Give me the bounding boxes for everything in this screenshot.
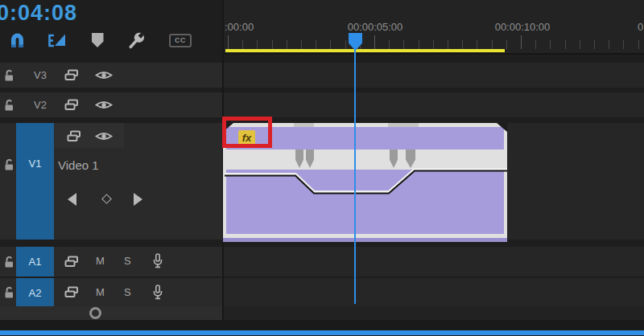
track-name-video1[interactable]: Video 1 <box>58 158 99 172</box>
sync-lock-icon[interactable] <box>64 69 79 81</box>
clip-bottom-strip <box>223 238 507 242</box>
track-header-v2: V2 <box>0 92 223 117</box>
ruler-minor-tick <box>462 40 463 49</box>
ruler-minor-tick <box>565 40 566 49</box>
work-area-bar[interactable] <box>225 49 505 52</box>
add-keyframe-button[interactable] <box>103 195 110 203</box>
captions-icon: CC <box>169 34 192 47</box>
mute-button-a1[interactable]: M <box>96 255 105 267</box>
sync-lock-icon[interactable] <box>67 130 81 142</box>
track-label-v3[interactable]: V3 <box>24 69 56 81</box>
wrench-icon <box>126 31 147 51</box>
ruler-minor-tick <box>580 40 580 49</box>
ruler-divider <box>224 53 644 55</box>
horizontal-scrollbar[interactable] <box>0 330 644 335</box>
lock-icon[interactable] <box>3 286 15 299</box>
track-output-eye-icon[interactable] <box>95 99 113 111</box>
previous-keyframe-icon <box>68 193 76 206</box>
timeline-track-v3[interactable] <box>224 63 644 88</box>
track-output-eye-icon[interactable] <box>95 69 113 81</box>
premiere-timeline-panel: 0:04:08 CC :00:00 00:00:05:00 00:0 <box>0 0 644 336</box>
captions-button[interactable]: CC <box>168 31 192 50</box>
ruler-minor-tick <box>477 40 477 49</box>
linked-selection-icon <box>47 32 68 49</box>
source-patch-a2[interactable]: A2 <box>16 278 54 307</box>
sync-lock-icon[interactable] <box>64 286 79 298</box>
track-label-a1: A1 <box>29 256 42 268</box>
ruler-minor-tick <box>623 40 624 49</box>
sync-lock-icon[interactable] <box>64 99 79 111</box>
linked-selection-button[interactable] <box>45 31 69 50</box>
captions-label: CC <box>175 36 186 44</box>
ruler-minor-tick <box>594 40 595 49</box>
lock-icon[interactable] <box>3 99 15 112</box>
add-marker-button[interactable] <box>90 31 105 50</box>
timeline-track-a1[interactable] <box>224 247 644 277</box>
ruler-minor-tick <box>257 40 258 49</box>
timeline-settings-button[interactable] <box>124 31 148 51</box>
solo-button-a2[interactable]: S <box>124 286 131 298</box>
track-header-v3: V3 <box>0 63 223 88</box>
timeline-track-v2[interactable] <box>224 92 644 117</box>
ruler-minor-tick <box>389 40 390 49</box>
magnet-icon <box>8 32 27 49</box>
track-header-v1: V1 Video 1 <box>0 123 223 240</box>
bottom-spacer <box>0 320 644 330</box>
voiceover-mic-icon[interactable] <box>152 253 163 268</box>
ruler-major-tick <box>228 35 229 49</box>
ruler-minor-tick <box>433 40 434 49</box>
source-patch-a1[interactable]: A1 <box>16 247 54 277</box>
ruler-minor-tick <box>403 40 404 49</box>
source-patch-v1[interactable]: V1 <box>16 123 54 240</box>
solo-button-a1[interactable]: S <box>124 255 131 267</box>
lock-icon[interactable] <box>3 256 15 268</box>
ruler-minor-tick <box>287 40 287 49</box>
ruler-minor-tick <box>535 40 536 49</box>
track-label-v1: V1 <box>29 158 42 170</box>
lock-icon[interactable] <box>3 69 15 82</box>
ruler-minor-tick <box>345 40 346 49</box>
previous-keyframe-button[interactable] <box>68 193 76 206</box>
timeline-scroll-strip <box>224 306 644 320</box>
track-header-scroll-strip <box>0 306 224 320</box>
sync-lock-icon[interactable] <box>64 256 79 268</box>
ruler-minor-tick <box>550 40 551 49</box>
ruler-minor-tick <box>492 40 493 49</box>
playhead-line <box>354 47 356 304</box>
track-header-a1: A1 M S <box>0 247 223 277</box>
ruler-minor-tick <box>448 40 448 49</box>
keyframe-diamond-icon <box>101 194 112 204</box>
ruler-minor-tick <box>330 40 331 49</box>
track-label-a2: A2 <box>29 287 42 299</box>
ruler-minor-tick <box>609 40 609 49</box>
timeline-track-a2[interactable] <box>224 278 644 307</box>
lock-icon[interactable] <box>3 158 15 171</box>
ruler-major-tick <box>374 35 375 49</box>
snap-button[interactable] <box>6 31 27 50</box>
v1-icon-strip <box>55 123 124 148</box>
ruler-minor-tick <box>272 40 273 49</box>
mute-button-a2[interactable]: M <box>96 286 105 298</box>
annotation-highlight-box <box>222 117 272 148</box>
ruler-minor-tick <box>419 40 419 49</box>
next-keyframe-button[interactable] <box>134 193 142 206</box>
track-header-a2: A2 M S <box>0 278 223 307</box>
ruler-minor-tick <box>301 40 302 49</box>
ruler-ticks <box>224 0 644 53</box>
ruler-minor-tick <box>316 40 316 49</box>
ruler-major-tick <box>521 35 522 49</box>
track-label-v2[interactable]: V2 <box>24 99 56 111</box>
ruler-minor-tick <box>506 40 507 49</box>
next-keyframe-icon <box>134 193 142 206</box>
track-output-eye-icon[interactable] <box>95 130 113 142</box>
ruler-minor-tick <box>638 40 639 49</box>
marker-icon <box>92 33 104 47</box>
scrollbar-handle[interactable] <box>89 307 101 319</box>
playhead-timecode[interactable]: 0:04:08 <box>0 1 77 26</box>
voiceover-mic-icon[interactable] <box>152 285 163 300</box>
ruler-minor-tick <box>242 40 243 49</box>
